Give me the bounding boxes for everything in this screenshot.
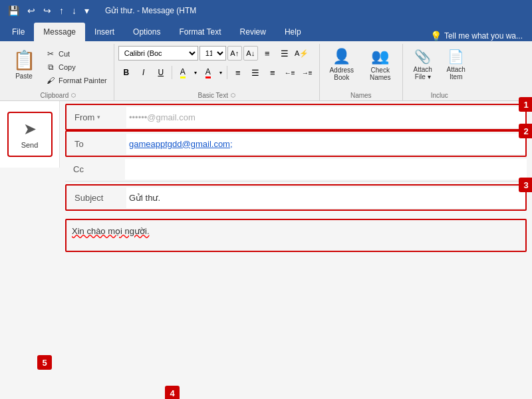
text-effects-button[interactable]: A⚡ [294, 45, 310, 61]
window-title: Gửi thư. - Message (HTM [105, 6, 196, 15]
title-bar-left: 💾 ↩ ↪ ↑ ↓ ▾ Gửi thư. - Message (HTM [5, 4, 196, 17]
tab-options[interactable]: Options [124, 23, 170, 41]
decrease-font-size-button[interactable]: A↓ [243, 46, 258, 61]
cc-row: Cc [65, 157, 527, 181]
up-button[interactable]: ↑ [57, 4, 66, 17]
cut-button[interactable]: ✂ Cut [43, 48, 110, 60]
attach-file-button[interactable]: 📎 AttachFile ▾ [407, 45, 439, 84]
check-names-button[interactable]: 👥 CheckNames [362, 45, 398, 84]
title-bar: 💾 ↩ ↪ ↑ ↓ ▾ Gửi thư. - Message (HTM [0, 0, 532, 21]
basic-text-expand-icon[interactable]: ⬡ [231, 92, 235, 98]
indent-decrease-button[interactable]: ←≡ [282, 65, 298, 80]
send-button[interactable]: ➤ Send [7, 112, 53, 157]
tab-message[interactable]: Message [34, 23, 85, 41]
numbered-list-button[interactable]: ☰ [277, 45, 293, 61]
address-book-label: AddressBook [329, 66, 354, 81]
save-button[interactable]: 💾 [5, 4, 22, 17]
align-center-button[interactable]: ☰ [247, 65, 263, 80]
more-button[interactable]: ▾ [82, 4, 92, 17]
to-label[interactable]: To [66, 134, 126, 154]
tab-format-text[interactable]: Format Text [170, 23, 230, 41]
ribbon-tab-bar: File Message Insert Options Format Text … [0, 21, 532, 41]
separator-1 [172, 66, 172, 79]
align-right-button[interactable]: ≡ [265, 65, 281, 80]
names-group: 👤 AddressBook 👥 CheckNames Names [320, 44, 403, 100]
from-row-container: From ▾ 1 [65, 104, 527, 130]
font-size-select[interactable]: 11 [200, 46, 226, 61]
basic-text-group-label: Basic Text ⬡ [118, 90, 315, 100]
attach-file-label: AttachFile ▾ [414, 66, 432, 80]
cc-input[interactable] [125, 159, 527, 180]
to-input[interactable] [126, 134, 525, 154]
underline-button[interactable]: U [153, 65, 169, 80]
cc-row-container: Cc [65, 157, 527, 182]
from-field-box: From ▾ [65, 104, 527, 130]
tab-help[interactable]: Help [275, 23, 311, 41]
tab-insert[interactable]: Insert [85, 23, 124, 41]
to-field-box: To [65, 130, 527, 157]
highlight-icon: A [180, 67, 186, 78]
cc-label[interactable]: Cc [65, 159, 125, 180]
annotation-5: 5 [37, 355, 52, 370]
from-dropdown-arrow: ▾ [97, 114, 100, 120]
tell-me-area[interactable]: 💡 Tell me what you wa... [424, 31, 529, 41]
body-box: Xin chào mọi người. [65, 219, 527, 252]
clipboard-expand-icon[interactable]: ⬡ [71, 92, 76, 98]
format-painter-button[interactable]: 🖌 Format Painter [43, 74, 110, 86]
send-icon: ➤ [23, 120, 37, 138]
down-button[interactable]: ↓ [69, 4, 79, 17]
tab-review[interactable]: Review [231, 23, 275, 41]
cut-label: Cut [59, 50, 70, 58]
quick-access-toolbar: 💾 ↩ ↪ ↑ ↓ ▾ [5, 4, 92, 17]
basic-text-group: Calibri (Boc 11 A↑ A↓ ≡ ☰ A⚡ B I U A ▾ [114, 44, 320, 100]
from-label[interactable]: From ▾ [66, 107, 126, 128]
increase-font-size-button[interactable]: A↑ [227, 46, 242, 61]
format-painter-icon: 🖌 [45, 76, 56, 85]
redo-button[interactable]: ↪ [41, 4, 54, 17]
separator-2 [227, 66, 227, 79]
clipboard-group-label: Clipboard ⬡ [7, 90, 110, 100]
check-names-label: CheckNames [370, 66, 391, 81]
paste-label: Paste [15, 72, 33, 80]
italic-button[interactable]: I [136, 65, 152, 80]
include-content: 📎 AttachFile ▾ 📄 Attach Item [407, 44, 472, 90]
subject-row-container: Subject 3 [65, 184, 527, 211]
ribbon: 📋 Paste ✂ Cut ⧉ Copy 🖌 Format Painter C [0, 41, 532, 101]
font-color-dropdown-button[interactable]: ▾ [217, 65, 224, 80]
basic-text-content: Calibri (Boc 11 A↑ A↓ ≡ ☰ A⚡ B I U A ▾ [118, 44, 315, 90]
bold-button[interactable]: B [118, 65, 134, 80]
body-container: Xin chào mọi người. 4 [60, 213, 532, 399]
subject-row: Subject [66, 186, 525, 209]
send-panel: ➤ Send [0, 101, 60, 168]
font-selector-row: Calibri (Boc 11 A↑ A↓ ≡ ☰ A⚡ [118, 45, 310, 61]
attach-item-icon: 📄 [448, 49, 464, 65]
undo-button[interactable]: ↩ [25, 4, 38, 17]
font-color-button[interactable]: A [200, 65, 216, 80]
subject-input[interactable] [126, 188, 525, 208]
send-panel-wrapper: ➤ Send 5 [0, 101, 60, 399]
annotation-4: 4 [165, 386, 180, 399]
copy-icon: ⧉ [45, 63, 56, 72]
tell-me-text: Tell me what you wa... [444, 31, 523, 41]
highlight-color-button[interactable]: A [175, 65, 191, 80]
highlight-dropdown-button[interactable]: ▾ [192, 65, 199, 80]
address-book-button[interactable]: 👤 AddressBook [324, 45, 360, 84]
attach-item-button[interactable]: 📄 Attach Item [440, 45, 472, 84]
annotation-3: 3 [519, 178, 532, 192]
paste-button[interactable]: 📋 Paste [7, 45, 41, 84]
tab-file[interactable]: File [3, 23, 34, 41]
format-buttons-row: B I U A ▾ A ▾ ≡ ☰ ≡ ←≡ →≡ [118, 65, 315, 80]
align-left-button[interactable]: ≡ [230, 65, 246, 80]
format-painter-label: Format Painter [59, 76, 107, 84]
indent-increase-button[interactable]: →≡ [299, 65, 315, 80]
from-input[interactable] [126, 107, 525, 128]
bullet-list-button[interactable]: ≡ [259, 45, 275, 61]
font-family-select[interactable]: Calibri (Boc [118, 46, 198, 61]
attach-item-label: Attach Item [440, 66, 472, 80]
names-content: 👤 AddressBook 👥 CheckNames [324, 44, 398, 90]
clipboard-small-buttons: ✂ Cut ⧉ Copy 🖌 Format Painter [43, 45, 110, 86]
copy-button[interactable]: ⧉ Copy [43, 61, 110, 73]
paste-icon: 📋 [13, 49, 36, 71]
annotation-1: 1 [519, 97, 532, 112]
check-names-icon: 👥 [371, 48, 389, 65]
